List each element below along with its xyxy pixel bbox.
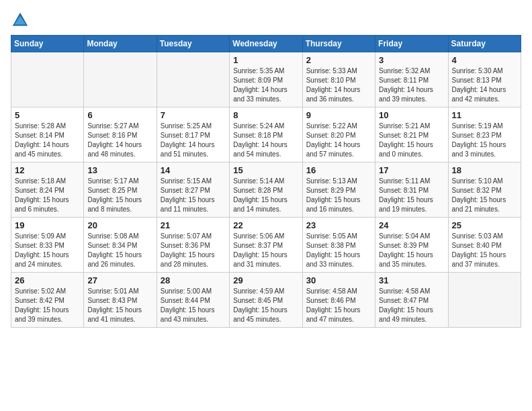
week-row-1: 1Sunrise: 5:35 AM Sunset: 8:09 PM Daylig… <box>11 52 521 107</box>
calendar-cell: 18Sunrise: 5:10 AM Sunset: 8:32 PM Dayli… <box>448 163 521 218</box>
day-number: 25 <box>452 220 517 230</box>
day-info: Sunrise: 4:59 AM Sunset: 8:45 PM Dayligh… <box>233 287 298 324</box>
day-number: 27 <box>87 275 152 285</box>
calendar-cell: 19Sunrise: 5:09 AM Sunset: 8:33 PM Dayli… <box>11 218 84 273</box>
calendar-cell: 20Sunrise: 5:08 AM Sunset: 8:34 PM Dayli… <box>84 218 157 273</box>
calendar-cell: 21Sunrise: 5:07 AM Sunset: 8:36 PM Dayli… <box>157 218 229 273</box>
day-info: Sunrise: 5:06 AM Sunset: 8:37 PM Dayligh… <box>233 232 298 269</box>
calendar-cell: 14Sunrise: 5:15 AM Sunset: 8:27 PM Dayli… <box>157 163 229 218</box>
day-info: Sunrise: 5:21 AM Sunset: 8:21 PM Dayligh… <box>379 122 444 159</box>
day-number: 1 <box>233 55 298 65</box>
calendar-cell <box>157 52 229 107</box>
header-friday: Friday <box>375 36 448 52</box>
day-info: Sunrise: 5:04 AM Sunset: 8:39 PM Dayligh… <box>379 232 444 269</box>
calendar-body: 1Sunrise: 5:35 AM Sunset: 8:09 PM Daylig… <box>11 52 521 328</box>
page-header <box>11 11 521 30</box>
calendar-cell: 13Sunrise: 5:17 AM Sunset: 8:25 PM Dayli… <box>84 163 157 218</box>
day-number: 16 <box>306 165 371 175</box>
day-number: 9 <box>306 110 371 120</box>
calendar-cell: 25Sunrise: 5:03 AM Sunset: 8:40 PM Dayli… <box>448 218 521 273</box>
calendar-cell <box>11 52 84 107</box>
day-info: Sunrise: 4:58 AM Sunset: 8:46 PM Dayligh… <box>306 287 371 324</box>
day-info: Sunrise: 5:05 AM Sunset: 8:38 PM Dayligh… <box>306 232 371 269</box>
day-info: Sunrise: 5:22 AM Sunset: 8:20 PM Dayligh… <box>306 122 371 159</box>
calendar-cell: 8Sunrise: 5:24 AM Sunset: 8:18 PM Daylig… <box>230 107 302 163</box>
day-info: Sunrise: 5:33 AM Sunset: 8:10 PM Dayligh… <box>306 66 371 104</box>
day-number: 5 <box>15 110 80 120</box>
day-info: Sunrise: 5:18 AM Sunset: 8:24 PM Dayligh… <box>15 177 80 214</box>
calendar-cell: 26Sunrise: 5:02 AM Sunset: 8:42 PM Dayli… <box>11 273 84 328</box>
calendar-cell <box>84 52 157 107</box>
week-row-5: 26Sunrise: 5:02 AM Sunset: 8:42 PM Dayli… <box>11 273 521 328</box>
day-number: 12 <box>15 165 80 175</box>
header-thursday: Thursday <box>302 36 375 52</box>
day-info: Sunrise: 5:09 AM Sunset: 8:33 PM Dayligh… <box>15 232 80 269</box>
day-info: Sunrise: 4:58 AM Sunset: 8:47 PM Dayligh… <box>379 287 444 324</box>
day-number: 23 <box>306 220 371 230</box>
day-number: 18 <box>452 165 517 175</box>
calendar-cell: 15Sunrise: 5:14 AM Sunset: 8:28 PM Dayli… <box>230 163 302 218</box>
day-number: 6 <box>87 110 152 120</box>
day-number: 31 <box>379 275 444 285</box>
day-number: 19 <box>15 220 80 230</box>
calendar-cell: 29Sunrise: 4:59 AM Sunset: 8:45 PM Dayli… <box>230 273 302 328</box>
week-row-2: 5Sunrise: 5:28 AM Sunset: 8:14 PM Daylig… <box>11 107 521 163</box>
calendar-cell: 5Sunrise: 5:28 AM Sunset: 8:14 PM Daylig… <box>11 107 84 163</box>
day-info: Sunrise: 5:25 AM Sunset: 8:17 PM Dayligh… <box>161 122 226 159</box>
day-info: Sunrise: 5:10 AM Sunset: 8:32 PM Dayligh… <box>452 177 517 214</box>
calendar-cell: 9Sunrise: 5:22 AM Sunset: 8:20 PM Daylig… <box>302 107 375 163</box>
week-row-4: 19Sunrise: 5:09 AM Sunset: 8:33 PM Dayli… <box>11 218 521 273</box>
header-sunday: Sunday <box>11 36 84 52</box>
day-info: Sunrise: 5:15 AM Sunset: 8:27 PM Dayligh… <box>161 177 226 214</box>
day-info: Sunrise: 5:14 AM Sunset: 8:28 PM Dayligh… <box>233 177 298 214</box>
calendar-cell: 28Sunrise: 5:00 AM Sunset: 8:44 PM Dayli… <box>157 273 229 328</box>
header-row: SundayMondayTuesdayWednesdayThursdayFrid… <box>11 36 521 52</box>
day-number: 17 <box>379 165 444 175</box>
calendar-cell: 2Sunrise: 5:33 AM Sunset: 8:10 PM Daylig… <box>302 52 375 107</box>
day-info: Sunrise: 5:27 AM Sunset: 8:16 PM Dayligh… <box>87 122 152 159</box>
day-number: 30 <box>306 275 371 285</box>
day-info: Sunrise: 5:24 AM Sunset: 8:18 PM Dayligh… <box>233 122 298 159</box>
day-info: Sunrise: 5:07 AM Sunset: 8:36 PM Dayligh… <box>161 232 226 269</box>
day-number: 8 <box>233 110 298 120</box>
day-info: Sunrise: 5:01 AM Sunset: 8:43 PM Dayligh… <box>87 287 152 324</box>
calendar-cell: 24Sunrise: 5:04 AM Sunset: 8:39 PM Dayli… <box>375 218 448 273</box>
calendar-cell: 4Sunrise: 5:30 AM Sunset: 8:13 PM Daylig… <box>448 52 521 107</box>
day-info: Sunrise: 5:00 AM Sunset: 8:44 PM Dayligh… <box>161 287 226 324</box>
calendar-cell: 31Sunrise: 4:58 AM Sunset: 8:47 PM Dayli… <box>375 273 448 328</box>
calendar-cell: 12Sunrise: 5:18 AM Sunset: 8:24 PM Dayli… <box>11 163 84 218</box>
day-number: 26 <box>15 275 80 285</box>
calendar-cell: 10Sunrise: 5:21 AM Sunset: 8:21 PM Dayli… <box>375 107 448 163</box>
calendar-cell: 17Sunrise: 5:11 AM Sunset: 8:31 PM Dayli… <box>375 163 448 218</box>
day-number: 4 <box>452 55 517 65</box>
day-number: 21 <box>161 220 226 230</box>
day-info: Sunrise: 5:19 AM Sunset: 8:23 PM Dayligh… <box>452 122 517 159</box>
day-info: Sunrise: 5:03 AM Sunset: 8:40 PM Dayligh… <box>452 232 517 269</box>
calendar-header: SundayMondayTuesdayWednesdayThursdayFrid… <box>11 36 521 52</box>
day-number: 2 <box>306 55 371 65</box>
day-number: 15 <box>233 165 298 175</box>
logo-icon <box>11 11 30 30</box>
day-number: 29 <box>233 275 298 285</box>
day-info: Sunrise: 5:08 AM Sunset: 8:34 PM Dayligh… <box>87 232 152 269</box>
day-info: Sunrise: 5:13 AM Sunset: 8:29 PM Dayligh… <box>306 177 371 214</box>
calendar-cell: 3Sunrise: 5:32 AM Sunset: 8:11 PM Daylig… <box>375 52 448 107</box>
day-number: 24 <box>379 220 444 230</box>
calendar-cell: 1Sunrise: 5:35 AM Sunset: 8:09 PM Daylig… <box>230 52 302 107</box>
calendar-cell: 7Sunrise: 5:25 AM Sunset: 8:17 PM Daylig… <box>157 107 229 163</box>
header-saturday: Saturday <box>448 36 521 52</box>
day-info: Sunrise: 5:02 AM Sunset: 8:42 PM Dayligh… <box>15 287 80 324</box>
day-number: 20 <box>87 220 152 230</box>
day-number: 7 <box>161 110 226 120</box>
calendar-cell: 22Sunrise: 5:06 AM Sunset: 8:37 PM Dayli… <box>230 218 302 273</box>
calendar-cell: 6Sunrise: 5:27 AM Sunset: 8:16 PM Daylig… <box>84 107 157 163</box>
calendar-cell <box>448 273 521 328</box>
day-number: 10 <box>379 110 444 120</box>
header-monday: Monday <box>84 36 157 52</box>
header-tuesday: Tuesday <box>157 36 229 52</box>
day-info: Sunrise: 5:11 AM Sunset: 8:31 PM Dayligh… <box>379 177 444 214</box>
day-info: Sunrise: 5:35 AM Sunset: 8:09 PM Dayligh… <box>233 66 298 104</box>
day-number: 11 <box>452 110 517 120</box>
day-info: Sunrise: 5:32 AM Sunset: 8:11 PM Dayligh… <box>379 66 444 104</box>
calendar-cell: 27Sunrise: 5:01 AM Sunset: 8:43 PM Dayli… <box>84 273 157 328</box>
